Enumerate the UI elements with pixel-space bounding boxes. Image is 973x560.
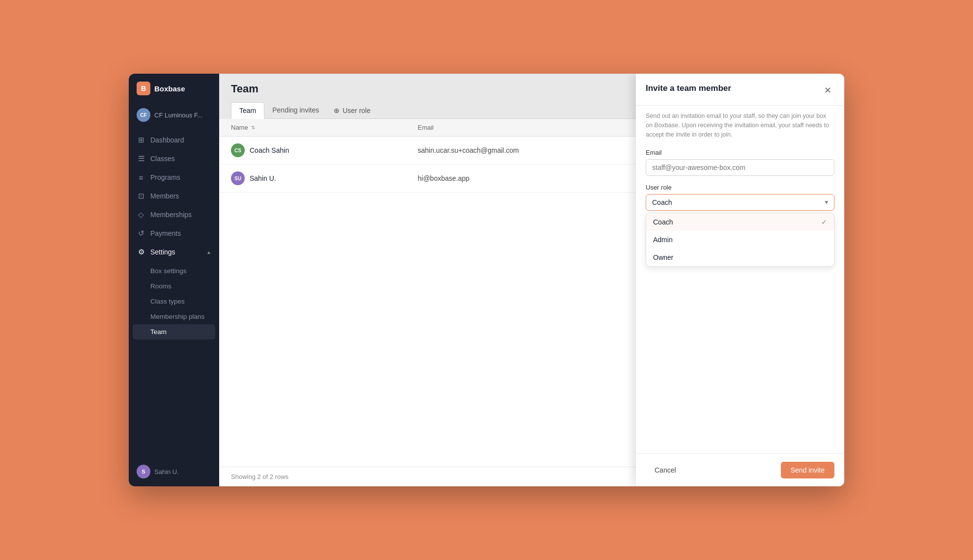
user-role-select[interactable]: Coach Admin Owner	[646, 194, 834, 211]
dropdown-item-admin[interactable]: Admin	[646, 231, 834, 249]
sidebar-item-box-settings[interactable]: Box settings	[129, 263, 219, 279]
sidebar-item-programs[interactable]: ≡ Programs	[129, 168, 219, 187]
dashboard-icon: ⊞	[137, 136, 145, 144]
plus-icon: ⊕	[334, 107, 340, 114]
user-avatar: S	[137, 465, 150, 478]
row-name-1: CS Coach Sahin	[231, 143, 418, 157]
settings-icon: ⚙	[137, 248, 145, 256]
sidebar-item-class-types[interactable]: Class types	[129, 294, 219, 309]
sidebar-item-payments[interactable]: ↺ Payments	[129, 224, 219, 243]
dropdown-item-coach[interactable]: Coach ✓	[646, 213, 834, 231]
sidebar-item-label: Dashboard	[150, 136, 184, 144]
memberships-icon: ◇	[137, 210, 145, 219]
email-input[interactable]	[646, 159, 834, 176]
panel-body: Email User role Coach Admin Owner ▼ Coac…	[636, 145, 844, 453]
org-avatar: CF	[137, 108, 150, 122]
sidebar-item-settings[interactable]: ⚙ Settings ▲	[129, 243, 219, 261]
sidebar: B Boxbase CF CF Luminous F... ⊞ Dashboar…	[129, 74, 219, 486]
close-button[interactable]: ✕	[821, 84, 834, 97]
avatar-1: CS	[231, 143, 245, 157]
app-logo[interactable]: B Boxbase	[129, 74, 219, 103]
tab-user-role[interactable]: ⊕ User role	[327, 102, 377, 118]
user-role-label: User role	[646, 184, 834, 191]
sort-icon: ⇅	[251, 125, 255, 130]
sidebar-item-dashboard[interactable]: ⊞ Dashboard	[129, 131, 219, 149]
org-selector[interactable]: CF CF Luminous F...	[129, 103, 219, 127]
sidebar-item-team[interactable]: Team	[133, 324, 215, 339]
col-header-name: Name ⇅	[231, 124, 418, 131]
send-invite-button[interactable]: Send invite	[781, 462, 834, 478]
classes-icon: ☰	[137, 154, 145, 163]
settings-chevron: ▲	[206, 250, 211, 255]
settings-submenu: Box settings Rooms Class types Membershi…	[129, 261, 219, 341]
app-name: Boxbase	[154, 84, 185, 93]
sidebar-item-members[interactable]: ⊡ Members	[129, 187, 219, 205]
cancel-button[interactable]: Cancel	[646, 462, 685, 478]
members-icon: ⊡	[137, 192, 145, 200]
panel-description: Send out an invitation email to your sta…	[636, 106, 844, 145]
tab-pending-invites[interactable]: Pending invites	[264, 102, 327, 118]
payments-icon: ↺	[137, 229, 145, 238]
logo-icon: B	[137, 82, 150, 95]
sidebar-item-label: Payments	[150, 229, 181, 237]
programs-icon: ≡	[137, 173, 145, 182]
sidebar-item-membership-plans[interactable]: Membership plans	[129, 309, 219, 324]
role-dropdown: Coach ✓ Admin Owner	[646, 213, 834, 267]
invite-panel: Invite a team member ✕ Send out an invit…	[636, 74, 844, 486]
panel-title: Invite a team member	[646, 84, 731, 93]
user-role-select-container: Coach Admin Owner ▼	[646, 194, 834, 211]
tab-team[interactable]: Team	[231, 102, 264, 119]
email-label: Email	[646, 149, 834, 156]
sidebar-item-classes[interactable]: ☰ Classes	[129, 149, 219, 168]
panel-header: Invite a team member ✕	[636, 74, 844, 106]
sidebar-item-label: Members	[150, 192, 179, 200]
org-name: CF Luminous F...	[154, 112, 202, 119]
user-name: Sahin U.	[154, 468, 179, 476]
sidebar-item-label: Programs	[150, 173, 180, 181]
sidebar-item-memberships[interactable]: ◇ Memberships	[129, 205, 219, 224]
row-name-2: SU Sahin U.	[231, 171, 418, 185]
sidebar-item-label: Memberships	[150, 211, 192, 219]
avatar-2: SU	[231, 171, 245, 185]
check-icon: ✓	[821, 218, 827, 226]
dropdown-item-owner[interactable]: Owner	[646, 249, 834, 266]
panel-footer: Cancel Send invite	[636, 453, 844, 486]
current-user[interactable]: S Sahin U.	[129, 457, 219, 486]
sidebar-item-rooms[interactable]: Rooms	[129, 279, 219, 294]
sidebar-item-label: Classes	[150, 155, 175, 163]
sidebar-item-label: Settings	[150, 248, 175, 256]
